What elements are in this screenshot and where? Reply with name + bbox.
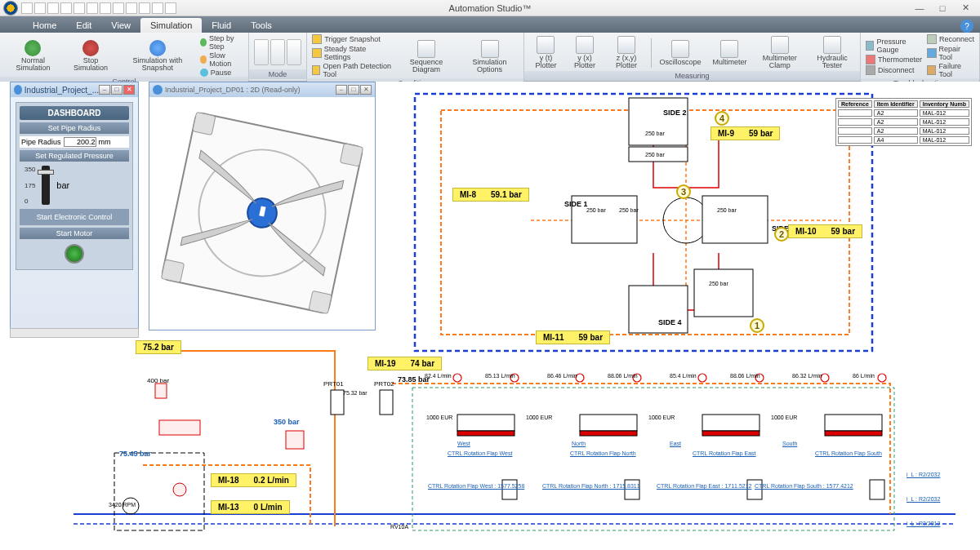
yx-plotter-button[interactable]: y (x) Plotter xyxy=(568,34,602,71)
tab-view[interactable]: View xyxy=(101,18,140,33)
marker-4: 4 xyxy=(715,111,729,126)
close-button[interactable]: ✕ xyxy=(956,2,975,14)
thermometer-button[interactable]: Thermometer xyxy=(866,55,922,64)
dashboard-window[interactable]: Industrial_Project_... –□✕ DASHBOARD Set… xyxy=(10,82,139,330)
tab-edit[interactable]: Edit xyxy=(66,18,101,33)
app-title: Automation Studio™ xyxy=(449,3,532,13)
pipe-radius-input[interactable] xyxy=(64,137,96,147)
tag-mi19: MI-1974 bar xyxy=(368,357,442,370)
marker-2: 2 xyxy=(774,227,789,242)
svg-rect-33 xyxy=(159,420,200,435)
label-side1: SIDE 1 xyxy=(564,200,588,208)
svg-rect-22 xyxy=(702,196,768,243)
dash-close-icon[interactable]: ✕ xyxy=(123,85,135,95)
pressure-gauge-button[interactable]: Pressure Gauge xyxy=(866,38,922,54)
failure-tool-button[interactable]: Failure Tool xyxy=(927,62,974,78)
reference-table: ReferenceItem IdentifierInventory Numb A… xyxy=(835,98,972,146)
multimeter-button[interactable]: Multimeter xyxy=(709,38,750,68)
slow-motion-button[interactable]: Slow Motion xyxy=(200,51,243,68)
svg-point-17 xyxy=(698,374,706,382)
label-side4: SIDE 4 xyxy=(658,318,682,326)
view3d-window[interactable]: Industrial_Project_DP01 : 2D (Read-only)… xyxy=(149,82,376,330)
dash-max-icon[interactable]: □ xyxy=(111,85,122,95)
dashboard-header: DASHBOARD xyxy=(20,106,129,120)
clock-icon xyxy=(153,85,163,95)
view3d-canvas[interactable] xyxy=(149,97,375,330)
start-motor-button[interactable] xyxy=(65,244,84,264)
minimize-button[interactable]: — xyxy=(910,2,929,14)
svg-point-13 xyxy=(453,374,461,382)
normal-simulation-button[interactable]: Normal Simulation xyxy=(5,38,61,73)
clamp-button[interactable]: Multimeter Clamp xyxy=(755,34,804,71)
svg-rect-23 xyxy=(629,98,688,145)
svg-rect-42 xyxy=(161,259,184,282)
svg-rect-43 xyxy=(309,291,332,313)
svg-rect-11 xyxy=(825,415,882,431)
tag-mi8: MI-859.1 bar xyxy=(452,188,529,202)
titlebar: Automation Studio™ — □ ✕ xyxy=(0,0,980,16)
quick-access-toolbar[interactable] xyxy=(21,2,176,14)
tab-tools[interactable]: Tools xyxy=(241,18,282,33)
svg-rect-10 xyxy=(702,431,760,436)
tag-mi9: MI-959 bar xyxy=(710,126,780,140)
maximize-button[interactable]: □ xyxy=(933,2,952,14)
dash-min-icon[interactable]: – xyxy=(99,85,110,95)
disconnect-button[interactable]: Disconnect xyxy=(866,65,922,75)
open-path-button[interactable]: Open Path Detection Tool xyxy=(312,62,392,78)
svg-rect-6 xyxy=(457,431,514,436)
step-by-step-button[interactable]: Step by Step xyxy=(200,34,243,51)
zxy-plotter-button[interactable]: z (x,y) Plotter xyxy=(607,34,646,71)
svg-rect-5 xyxy=(457,415,514,431)
stop-simulation-button[interactable]: Stop Simulation xyxy=(66,38,115,73)
v3d-max-icon[interactable]: □ xyxy=(348,85,359,95)
svg-rect-1 xyxy=(412,388,894,530)
tag-mi10: MI-1059 bar xyxy=(788,224,862,238)
work-area: 250 bar 250 bar 250 bar 250 bar 250 bar … xyxy=(0,82,980,550)
marker-3: 3 xyxy=(676,184,691,199)
svg-point-4 xyxy=(173,483,186,496)
tag-p1: 75.2 bar xyxy=(136,340,181,354)
hydraulic-tester-button[interactable]: Hydraulic Tester xyxy=(809,34,855,71)
svg-rect-7 xyxy=(580,415,637,431)
svg-rect-26 xyxy=(694,269,753,317)
svg-rect-32 xyxy=(380,390,393,415)
ribbon: Normal Simulation Stop Simulation Simula… xyxy=(0,33,980,82)
svg-rect-30 xyxy=(870,480,884,499)
svg-rect-31 xyxy=(331,390,344,415)
tag-mi18: MI-180.2 L/min xyxy=(211,473,296,487)
oscilloscope-button[interactable]: Oscilloscope xyxy=(656,38,704,68)
start-electronic-button[interactable]: Start Electronic Control xyxy=(20,209,129,225)
app-logo-icon xyxy=(3,1,18,16)
svg-rect-41 xyxy=(340,144,363,166)
svg-rect-40 xyxy=(193,112,216,135)
trigger-snapshot-button[interactable]: Trigger Snapshot xyxy=(312,34,392,44)
reconnect-button[interactable]: Reconnect xyxy=(927,34,974,44)
tab-simulation[interactable]: Simulation xyxy=(140,18,202,33)
sequence-diagram-button[interactable]: Sequence Diagram xyxy=(397,38,456,75)
schematic-canvas[interactable] xyxy=(0,82,980,550)
simulation-snapshot-button[interactable]: Simulation with Snapshot xyxy=(120,38,195,73)
tag-mi13: MI-130 L/min xyxy=(211,500,290,514)
svg-point-20 xyxy=(878,374,886,382)
repair-tool-button[interactable]: Repair Tool xyxy=(927,45,974,61)
dashboard-scrollbar[interactable] xyxy=(10,328,139,338)
v3d-close-icon[interactable]: ✕ xyxy=(360,85,372,95)
steady-state-button[interactable]: Steady State Settings xyxy=(312,45,392,61)
v3d-min-icon[interactable]: – xyxy=(336,85,347,95)
yt-plotter-button[interactable]: y (t) Plotter xyxy=(529,34,563,71)
tab-home[interactable]: Home xyxy=(23,18,66,33)
svg-rect-34 xyxy=(286,431,304,449)
svg-rect-8 xyxy=(580,431,637,436)
clock-icon xyxy=(14,85,22,95)
help-icon[interactable]: ? xyxy=(960,20,973,33)
sim-options-button[interactable]: Simulation Options xyxy=(461,38,519,75)
tag-mi11: MI-1159 bar xyxy=(536,330,610,344)
svg-rect-12 xyxy=(825,431,882,436)
svg-rect-35 xyxy=(155,384,167,398)
svg-rect-9 xyxy=(702,415,760,431)
pause-button[interactable]: Pause xyxy=(200,69,243,77)
mode-buttons[interactable] xyxy=(254,39,301,65)
pressure-slider[interactable] xyxy=(42,166,50,205)
marker-1: 1 xyxy=(750,318,764,333)
tab-fluid[interactable]: Fluid xyxy=(202,18,241,33)
